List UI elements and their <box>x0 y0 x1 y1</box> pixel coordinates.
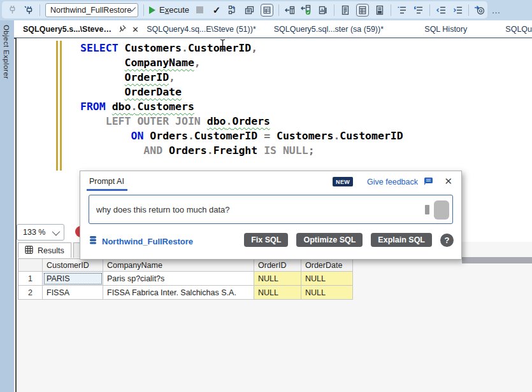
grid-cell[interactable]: PARIS <box>43 272 103 286</box>
editor-zoom-value: 133 % <box>23 228 45 237</box>
grid-cell[interactable]: FISSA <box>43 286 103 300</box>
send-button[interactable] <box>434 200 449 220</box>
grid-cell[interactable]: NULL <box>254 272 301 286</box>
toolbar-separator <box>468 4 469 16</box>
grid-cell[interactable]: 1 <box>18 272 43 286</box>
database-dropdown[interactable]: Northwind_FullRestore <box>45 3 138 17</box>
play-icon <box>149 6 155 14</box>
dialog-buttons: Fix SQL Optimize SQL Explain SQL ? <box>244 233 454 247</box>
database-dropdown-value: Northwind_FullRestore <box>50 6 131 15</box>
tab-label: SQLQuery5.s...\Steve (54))* <box>23 25 113 34</box>
pane-splitter[interactable] <box>462 257 532 263</box>
tab-label: SQLQuery4.sq...E\Steve (51))* <box>147 25 256 34</box>
toolbar-separator <box>278 4 279 16</box>
editor-zoom-dropdown[interactable]: 133 % <box>17 224 64 241</box>
results-to-grid-icon[interactable] <box>356 4 369 17</box>
toolbar-separator <box>143 4 144 16</box>
code-line[interactable]: LEFT OUTER JOIN dbo.Orders <box>80 114 403 129</box>
toolbar-group: Northwind_FullRestore Execute ✓ <box>2 1 487 18</box>
uncomment-icon[interactable] <box>413 4 424 16</box>
tab-sqlquery4[interactable]: SQLQuery4.sq...E\Steve (51))* <box>145 20 258 38</box>
grid-cell[interactable]: FISSA Fabrica Inter. Salchichas S.A. <box>103 286 254 300</box>
tab-label: SQLQu <box>505 25 532 34</box>
query-options-icon[interactable] <box>244 4 255 16</box>
results-grid-icon <box>25 246 33 256</box>
pin-icon[interactable] <box>119 25 126 34</box>
code-line[interactable]: CompanyName, <box>80 55 403 70</box>
grid-cell[interactable]: NULL <box>254 286 301 300</box>
grid-header-cell[interactable]: OrderID <box>254 259 301 272</box>
results-grid[interactable]: CustomerIDCompanyNameOrderIDOrderDate1PA… <box>18 258 353 300</box>
increase-indent-icon[interactable] <box>452 4 463 16</box>
close-icon[interactable]: ✕ <box>444 176 452 187</box>
prompt-ai-title: Prompt AI <box>89 177 124 186</box>
results-pane: Results M CustomerIDCompanyNameOrderIDOr… <box>17 242 532 392</box>
dialog-database-label: Northwind_FullRestore <box>102 237 193 246</box>
toolbar-separator <box>429 4 430 16</box>
give-feedback-link[interactable]: Give feedback <box>367 178 418 186</box>
grid-header-cell[interactable]: CompanyName <box>103 259 254 272</box>
code-line[interactable]: AND Orders.Freight IS NULL; <box>80 143 403 158</box>
execute-button[interactable]: Execute <box>149 5 189 15</box>
results-to-text-icon[interactable] <box>340 4 351 16</box>
grid-cell[interactable]: NULL <box>301 286 353 300</box>
grid-header-cell[interactable]: CustomerID <box>43 259 103 272</box>
execute-label: Execute <box>159 5 189 15</box>
grid-cell[interactable]: 2 <box>18 286 43 300</box>
grid-cell[interactable]: Paris sp?cialit?s <box>103 272 254 286</box>
code-line[interactable]: ON Orders.CustomerID = Customers.Custome… <box>80 129 403 143</box>
results-to-file-icon[interactable] <box>374 4 385 16</box>
client-statistics-icon[interactable] <box>317 4 329 16</box>
mic-icon[interactable] <box>425 205 429 214</box>
tab-label: SQLQuery5.sql...ster (sa (59))* <box>274 25 384 34</box>
chevron-down-icon <box>52 227 61 235</box>
table-row: 2FISSAFISSA Fabrica Inter. Salchichas S.… <box>18 286 353 300</box>
optimize-sql-button[interactable]: Optimize SQL <box>296 233 363 247</box>
main-toolbar: Northwind_FullRestore Execute ✓ <box>0 0 532 20</box>
parse-query-button[interactable]: ✓ <box>211 4 222 16</box>
estimated-plan-icon[interactable] <box>227 4 239 16</box>
grid-header-cell[interactable]: OrderDate <box>301 259 353 272</box>
sqlcmd-check-icon[interactable] <box>301 4 312 16</box>
prompt-input-container <box>89 195 453 224</box>
code-line[interactable]: OrderID, <box>80 70 403 85</box>
code-line[interactable]: OrderDate <box>80 85 403 99</box>
change-connection-icon[interactable] <box>23 4 34 16</box>
code-line[interactable]: FROM dbo.Customers <box>80 99 403 114</box>
tab-sqlquery5-sa[interactable]: SQLQuery5.sql...ster (sa (59))* <box>258 20 399 38</box>
help-button[interactable]: ? <box>440 234 454 247</box>
actual-plan-toggle[interactable] <box>261 4 273 17</box>
dialog-database-context[interactable]: Northwind_FullRestore <box>89 235 193 247</box>
tab-label: SQL History <box>424 25 467 34</box>
table-row: 1PARISParis sp?cialit?sNULLNULL <box>18 272 353 286</box>
sqlcmd-mode-icon[interactable] <box>284 4 296 16</box>
document-tabbar: SQLQuery5.s...\Steve (54))* ✕ SQLQuery4.… <box>14 20 532 38</box>
tab-sqlquery5-active[interactable]: SQLQuery5.s...\Steve (54))* ✕ <box>17 20 145 38</box>
text-cursor-icon <box>219 38 227 53</box>
decrease-indent-icon[interactable] <box>435 4 447 16</box>
tab-sql-history[interactable]: SQL History <box>399 20 492 38</box>
close-icon[interactable]: ✕ <box>132 25 139 34</box>
object-explorer-label: Object Explorer <box>3 25 10 79</box>
comment-icon[interactable] <box>396 4 408 16</box>
prompt-input[interactable] <box>90 197 421 222</box>
change-tracking-bar <box>56 41 62 171</box>
grid-header-row: CustomerIDCompanyNameOrderIDOrderDate <box>18 259 353 272</box>
toolbar-separator <box>334 4 334 16</box>
tab-results-label: Results <box>38 246 64 255</box>
stop-button[interactable] <box>194 4 206 16</box>
feedback-chat-icon[interactable] <box>422 177 433 189</box>
tab-results[interactable]: Results <box>18 242 71 258</box>
sql-code[interactable]: SELECT Customers.CustomerID, CompanyName… <box>80 41 403 158</box>
explain-sql-button[interactable]: Explain SQL <box>371 233 432 247</box>
grid-cell[interactable]: NULL <box>301 272 353 286</box>
change-connection-at-icon[interactable] <box>474 4 485 16</box>
code-line[interactable]: SELECT Customers.CustomerID, <box>80 41 403 55</box>
grid-header-cell[interactable] <box>18 259 43 272</box>
toolbar-overflow-button[interactable]: … <box>491 4 502 16</box>
object-explorer-strip[interactable]: Object Explorer <box>0 20 14 392</box>
fix-sql-button[interactable]: Fix SQL <box>244 233 288 247</box>
tab-sqlquery-clipped[interactable]: SQLQu <box>492 20 532 38</box>
connect-icon[interactable] <box>6 4 18 16</box>
prompt-ai-dialog: Prompt AI NEW Give feedback ✕ Northwind_… <box>80 171 462 260</box>
